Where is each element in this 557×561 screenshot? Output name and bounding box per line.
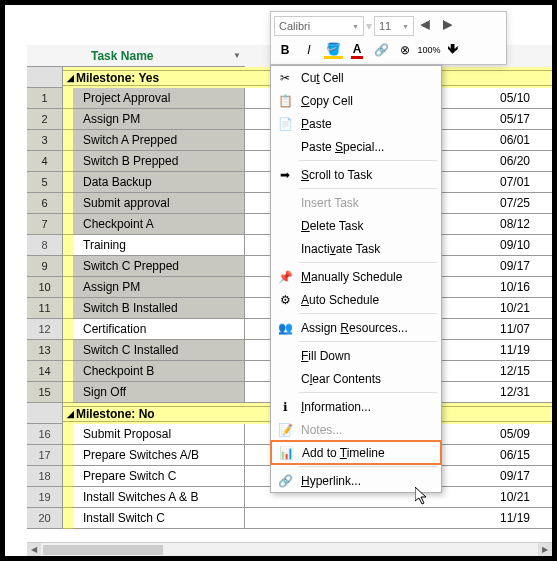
row-number[interactable]: 16 <box>27 424 63 445</box>
task-cell[interactable]: Assign PM <box>73 109 245 130</box>
task-cell[interactable]: Install Switch C <box>73 508 245 529</box>
scroll-left-icon[interactable]: ◀ <box>27 543 41 557</box>
row-number[interactable]: 7 <box>27 214 63 235</box>
menu-auto-schedule[interactable]: ⚙Auto Schedule <box>271 288 441 311</box>
task-cell[interactable]: Checkpoint A <box>73 214 245 235</box>
unlink-icon[interactable]: ⊗ <box>394 40 416 60</box>
menu-inactivate-task[interactable]: Inactivate Task <box>271 237 441 260</box>
task-cell[interactable]: Certification <box>73 319 245 340</box>
finish-cell[interactable]: 05/10 <box>496 88 552 109</box>
finish-cell[interactable]: 05/17 <box>496 109 552 130</box>
row-number[interactable]: 9 <box>27 256 63 277</box>
row-number[interactable]: 6 <box>27 193 63 214</box>
menu-clear-contents[interactable]: Clear Contents <box>271 367 441 390</box>
row-number[interactable]: 20 <box>27 508 63 529</box>
finish-cell[interactable]: 10/16 <box>496 277 552 298</box>
row-number[interactable]: 4 <box>27 151 63 172</box>
task-name-header[interactable]: Task Name ▼ <box>27 45 245 67</box>
task-cell[interactable]: Switch B Prepped <box>73 151 245 172</box>
menu-hyperlink[interactable]: 🔗Hyperlink... <box>271 469 441 492</box>
task-cell[interactable]: Assign PM <box>73 277 245 298</box>
task-cell[interactable]: Training <box>73 235 245 256</box>
row-number[interactable]: 2 <box>27 109 63 130</box>
finish-cell[interactable]: 09/10 <box>496 235 552 256</box>
font-name-select[interactable]: Calibri▼ <box>274 16 364 36</box>
finish-cell[interactable]: 08/12 <box>496 214 552 235</box>
finish-cell[interactable]: 07/01 <box>496 172 552 193</box>
font-color-button[interactable]: A <box>346 40 368 60</box>
row-number[interactable]: 14 <box>27 361 63 382</box>
row-number[interactable]: 19 <box>27 487 63 508</box>
task-cell[interactable]: Submit approval <box>73 193 245 214</box>
task-cell[interactable]: Install Switches A & B <box>73 487 245 508</box>
outline-bar <box>63 466 73 487</box>
menu-assign-resources[interactable]: 👥Assign Resources... <box>271 316 441 339</box>
menu-information[interactable]: ℹInformation... <box>271 395 441 418</box>
finish-cell[interactable]: 09/17 <box>496 466 552 487</box>
italic-button[interactable]: I <box>298 40 320 60</box>
finish-cell[interactable]: 05/09 <box>496 424 552 445</box>
row-number[interactable]: 12 <box>27 319 63 340</box>
row-number[interactable]: 8 <box>27 235 63 256</box>
percent-icon[interactable]: 100% <box>418 40 440 60</box>
menu-delete-task[interactable]: Delete Task <box>271 214 441 237</box>
font-size-select[interactable]: 11▼ <box>374 16 414 36</box>
menu-cut-cell[interactable]: ✂Cut Cell <box>271 66 441 89</box>
task-cell[interactable]: Data Backup <box>73 172 245 193</box>
row-number[interactable]: 18 <box>27 466 63 487</box>
scroll-right-icon[interactable]: ▶ <box>538 543 552 557</box>
menu-manual-schedule[interactable]: 📌Manually Schedule <box>271 265 441 288</box>
outdent-icon[interactable]: ⯇ <box>416 16 436 36</box>
menu-label: Clear Contents <box>301 372 381 386</box>
menu-add-to-timeline[interactable]: 📊Add to Timeline <box>270 440 442 465</box>
outline-bar <box>63 319 73 340</box>
collapse-triangle-icon[interactable]: ◢ <box>67 409 74 419</box>
task-cell[interactable]: Submit Proposal <box>73 424 245 445</box>
finish-cell[interactable]: 06/15 <box>496 445 552 466</box>
row-number[interactable]: 1 <box>27 88 63 109</box>
task-cell[interactable]: Prepare Switches A/B <box>73 445 245 466</box>
menu-label: Insert Task <box>301 196 359 210</box>
menu-fill-down[interactable]: Fill Down <box>271 344 441 367</box>
row-number[interactable]: 17 <box>27 445 63 466</box>
fill-color-button[interactable]: 🪣 <box>322 40 344 60</box>
row-number[interactable]: 3 <box>27 130 63 151</box>
task-cell[interactable]: Switch B Installed <box>73 298 245 319</box>
task-cell[interactable]: Sign Off <box>73 382 245 403</box>
finish-cell[interactable]: 07/25 <box>496 193 552 214</box>
finish-cell[interactable]: 06/01 <box>496 130 552 151</box>
expand-icon[interactable]: 🡻 <box>442 40 464 60</box>
task-cell[interactable]: Switch A Prepped <box>73 130 245 151</box>
dropdown-arrow-icon[interactable]: ▼ <box>233 51 241 60</box>
collapse-triangle-icon[interactable]: ◢ <box>67 73 74 83</box>
task-cell[interactable]: Switch C Prepped <box>73 256 245 277</box>
finish-cell[interactable]: 12/31 <box>496 382 552 403</box>
finish-cell[interactable]: 12/15 <box>496 361 552 382</box>
task-cell[interactable]: Switch C Installed <box>73 340 245 361</box>
row-number[interactable]: 5 <box>27 172 63 193</box>
task-cell[interactable]: Checkpoint B <box>73 361 245 382</box>
link-icon[interactable]: 🔗 <box>370 40 392 60</box>
finish-cell[interactable]: 09/17 <box>496 256 552 277</box>
scroll-thumb[interactable] <box>43 545 163 555</box>
finish-cell[interactable]: 11/19 <box>496 508 552 529</box>
separator: ▾ <box>366 19 372 33</box>
finish-cell[interactable]: 10/21 <box>496 298 552 319</box>
finish-cell[interactable]: 10/21 <box>496 487 552 508</box>
row-number[interactable]: 13 <box>27 340 63 361</box>
row-number[interactable]: 10 <box>27 277 63 298</box>
menu-paste[interactable]: 📄Paste <box>271 112 441 135</box>
indent-icon[interactable]: ⯈ <box>438 16 458 36</box>
menu-copy-cell[interactable]: 📋Copy Cell <box>271 89 441 112</box>
bold-button[interactable]: B <box>274 40 296 60</box>
menu-scroll-to-task[interactable]: ➡Scroll to Task <box>271 163 441 186</box>
menu-paste-special[interactable]: Paste Special... <box>271 135 441 158</box>
row-number[interactable]: 11 <box>27 298 63 319</box>
row-number[interactable]: 15 <box>27 382 63 403</box>
finish-cell[interactable]: 11/19 <box>496 340 552 361</box>
task-cell[interactable]: Project Approval <box>73 88 245 109</box>
task-cell[interactable]: Prepare Switch C <box>73 466 245 487</box>
horizontal-scrollbar[interactable]: ◀ ▶ <box>27 542 552 556</box>
finish-cell[interactable]: 11/07 <box>496 319 552 340</box>
finish-cell[interactable]: 06/20 <box>496 151 552 172</box>
